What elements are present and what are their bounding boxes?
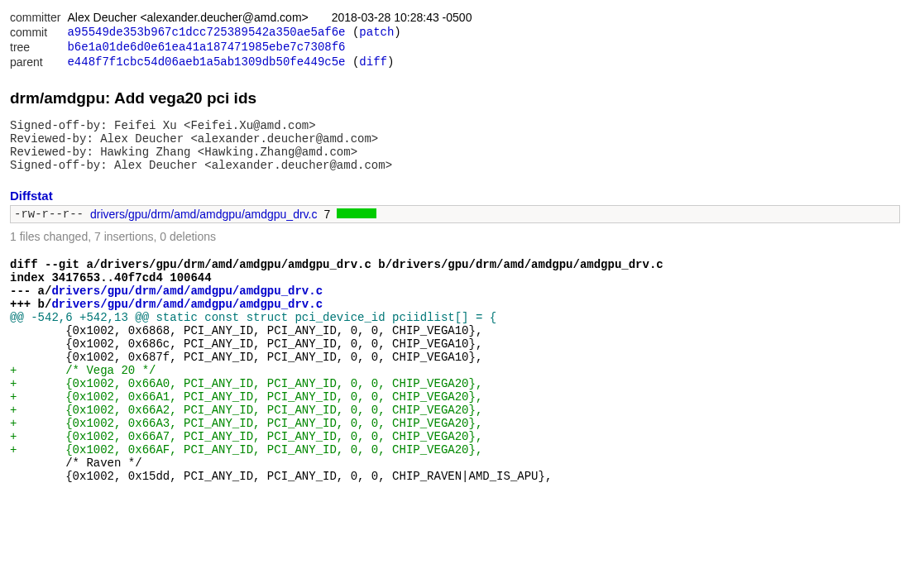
paren-open: ( [346, 26, 360, 39]
diff-file-b-link[interactable]: drivers/gpu/drm/amd/amdgpu/amdgpu_drv.c [51, 298, 323, 311]
diff-add-line: + {0x1002, 0x66A3, PCI_ANY_ID, PCI_ANY_I… [10, 417, 482, 430]
meta-committer-name: Alex Deucher <alexander.deucher@amd.com> [67, 10, 314, 25]
commit-body-line: Signed-off-by: Feifei Xu <Feifei.Xu@amd.… [10, 119, 316, 132]
diffstat-summary: 1 files changed, 7 insertions, 0 deletio… [10, 230, 900, 243]
commit-subject: drm/amdgpu: Add vega20 pci ids [10, 89, 900, 108]
diffstat-count: 7 [320, 206, 333, 223]
diff-add-line: + {0x1002, 0x66AF, PCI_ANY_ID, PCI_ANY_I… [10, 443, 482, 457]
diff-context-line: {0x1002, 0x15dd, PCI_ANY_ID, PCI_ANY_ID,… [10, 470, 552, 483]
parent-hash-link[interactable]: e448f7f1cbc54d06aeb1a5ab1309db50fe449c5e [67, 55, 345, 69]
meta-label-parent: parent [10, 55, 67, 69]
commit-body: Signed-off-by: Feifei Xu <Feifei.Xu@amd.… [10, 119, 900, 172]
diffstat-table: -rw-r--r-- drivers/gpu/drm/amd/amdgpu/am… [10, 205, 900, 223]
meta-row-committer: committer Alex Deucher <alexander.deuche… [10, 10, 478, 25]
commit-body-line: Reviewed-by: Hawking Zhang <Hawking.Zhan… [10, 146, 357, 159]
diff-block: diff --git a/drivers/gpu/drm/amd/amdgpu/… [10, 258, 900, 483]
meta-label-committer: committer [10, 10, 67, 25]
diffstat-file-link[interactable]: drivers/gpu/drm/amd/amdgpu/amdgpu_drv.c [90, 208, 317, 221]
diff-add-line: + {0x1002, 0x66A2, PCI_ANY_ID, PCI_ANY_I… [10, 404, 482, 417]
diff-index: index 3417653..40f7cd4 100644 [10, 271, 212, 284]
file-permissions: -rw-r--r-- [11, 206, 88, 223]
diff-context-line: /* Raven */ [10, 457, 142, 470]
meta-row-tree: tree b6e1a01de6d0e61ea41a187471985ebe7c7… [10, 40, 478, 55]
diffstat-bar [333, 206, 899, 223]
diff-context-line: {0x1002, 0x686c, PCI_ANY_ID, PCI_ANY_ID,… [10, 337, 482, 351]
diff-header: diff --git a/drivers/gpu/drm/amd/amdgpu/… [10, 258, 663, 271]
diffstat-heading: Diffstat [10, 189, 900, 203]
diff-file-a-link[interactable]: drivers/gpu/drm/amd/amdgpu/amdgpu_drv.c [51, 284, 323, 298]
commit-hash-link[interactable]: a95549de353b967c1dcc725389542a350ae5af6e [67, 26, 345, 39]
diff-link[interactable]: diff [359, 55, 387, 69]
tree-hash-link[interactable]: b6e1a01de6d0e61ea41a187471985ebe7c7308f6 [67, 41, 345, 54]
meta-label-tree: tree [10, 40, 67, 55]
patch-link[interactable]: patch [359, 26, 394, 39]
diff-add-line: + /* Vega 20 */ [10, 364, 156, 377]
diff-add-line: + {0x1002, 0x66A7, PCI_ANY_ID, PCI_ANY_I… [10, 430, 482, 443]
meta-row-parent: parent e448f7f1cbc54d06aeb1a5ab1309db50f… [10, 55, 478, 69]
commit-body-line: Signed-off-by: Alex Deucher <alexander.d… [10, 159, 392, 172]
meta-row-commit: commit a95549de353b967c1dcc725389542a350… [10, 25, 478, 40]
diff-add-line: + {0x1002, 0x66A0, PCI_ANY_ID, PCI_ANY_I… [10, 377, 482, 390]
paren-close: ) [394, 26, 400, 39]
commit-body-line: Reviewed-by: Alex Deucher <alexander.deu… [10, 132, 378, 146]
paren-close-2: ) [387, 55, 394, 69]
add-bar [337, 208, 376, 218]
meta-committer-date: 2018-03-28 10:28:43 -0500 [315, 10, 479, 25]
diff-plus-file: +++ b/drivers/gpu/drm/amd/amdgpu/amdgpu_… [10, 298, 323, 311]
diffstat-row: -rw-r--r-- drivers/gpu/drm/amd/amdgpu/am… [11, 206, 900, 223]
diff-add-line: + {0x1002, 0x66A1, PCI_ANY_ID, PCI_ANY_I… [10, 390, 482, 404]
diff-hunk: @@ -542,6 +542,13 @@ static const struct… [10, 311, 496, 324]
diff-minus-file: --- a/drivers/gpu/drm/amd/amdgpu/amdgpu_… [10, 284, 323, 298]
meta-label-commit: commit [10, 25, 67, 40]
diff-context-line: {0x1002, 0x6868, PCI_ANY_ID, PCI_ANY_ID,… [10, 324, 482, 337]
commit-meta-table: committer Alex Deucher <alexander.deuche… [10, 10, 478, 69]
paren-open-2: ( [346, 55, 360, 69]
diff-context-line: {0x1002, 0x687f, PCI_ANY_ID, PCI_ANY_ID,… [10, 351, 482, 364]
